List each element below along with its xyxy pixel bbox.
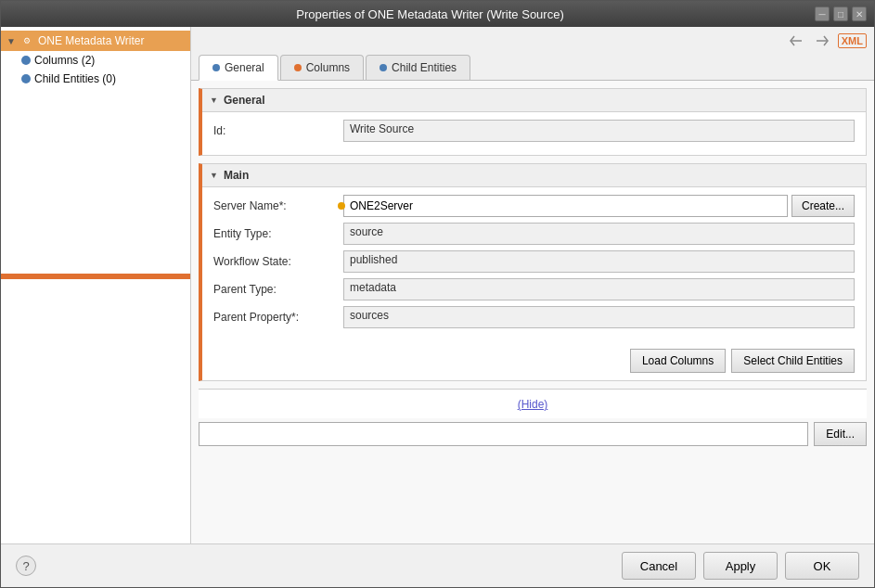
workflow-state-row: Workflow State: published — [213, 250, 855, 273]
child-entities-tab-label: Child Entities — [392, 61, 457, 74]
bottom-buttons: Cancel Apply OK — [622, 552, 859, 580]
server-name-label: Server Name*: — [213, 199, 343, 212]
main-panel: XML General Columns Child Entities — [191, 27, 874, 543]
parent-type-label: Parent Type: — [213, 283, 343, 296]
edit-row: Edit... — [199, 422, 867, 446]
back-button[interactable] — [786, 31, 806, 51]
columns-tab-dot — [294, 64, 302, 71]
ok-button[interactable]: OK — [785, 552, 859, 580]
columns-dot-icon — [21, 56, 31, 65]
dialog-bottom: ? Cancel Apply OK — [1, 543, 874, 587]
hide-link[interactable]: (Hide) — [518, 398, 548, 411]
workflow-state-value: published — [343, 250, 855, 273]
main-section-title: Main — [224, 169, 249, 182]
server-indicator-icon — [338, 202, 345, 210]
tab-child-entities[interactable]: Child Entities — [366, 55, 470, 80]
xml-button[interactable]: XML — [838, 33, 867, 48]
tabs-bar: General Columns Child Entities — [191, 55, 874, 81]
general-tab-label: General — [225, 61, 264, 74]
parent-property-row: Parent Property*: sources — [213, 306, 855, 328]
general-section-header[interactable]: ▼ General — [202, 89, 866, 112]
columns-label: Columns (2) — [34, 54, 95, 67]
content-area: ▼ ⚙ ONE Metadata Writer Columns (2) Chil… — [1, 27, 874, 543]
edit-input[interactable] — [199, 422, 808, 446]
general-section-title: General — [224, 94, 265, 107]
expand-arrow-icon: ▼ — [6, 36, 16, 46]
parent-type-row: Parent Type: metadata — [213, 278, 855, 300]
cancel-button[interactable]: Cancel — [622, 552, 696, 580]
main-section-header[interactable]: ▼ Main — [202, 164, 866, 187]
main-section: ▼ Main Server Name*: Create... — [199, 163, 867, 381]
child-entities-tab-dot — [380, 64, 387, 71]
entity-type-row: Entity Type: source — [213, 223, 855, 245]
general-section-body: Id: Write Source — [202, 112, 866, 155]
select-child-entities-button[interactable]: Select Child Entities — [731, 349, 855, 373]
create-button[interactable]: Create... — [791, 195, 855, 217]
minimize-button[interactable]: ─ — [815, 6, 830, 21]
close-button[interactable]: ✕ — [852, 6, 867, 21]
parent-type-value: metadata — [343, 278, 855, 300]
sidebar-root-item[interactable]: ▼ ⚙ ONE Metadata Writer — [1, 31, 190, 51]
maximize-button[interactable]: □ — [833, 6, 848, 21]
main-section-body: Server Name*: Create... Entity Type: sou… — [202, 187, 866, 341]
general-triangle-icon: ▼ — [210, 96, 218, 105]
child-entities-label: Child Entities (0) — [34, 72, 116, 85]
window-controls: ─ □ ✕ — [815, 6, 867, 21]
general-tab-dot — [212, 64, 220, 71]
hide-area: (Hide) — [199, 389, 867, 418]
load-columns-button[interactable]: Load Columns — [630, 349, 726, 373]
server-name-wrapper — [343, 195, 788, 217]
entity-type-label: Entity Type: — [213, 227, 343, 240]
parent-property-label: Parent Property*: — [213, 311, 343, 324]
server-name-row: Server Name*: Create... — [213, 195, 855, 217]
main-window: Properties of ONE Metadata Writer (Write… — [0, 0, 875, 588]
parent-property-value: sources — [343, 306, 855, 328]
sidebar-item-columns[interactable]: Columns (2) — [16, 51, 190, 70]
columns-tab-label: Columns — [306, 61, 350, 74]
sidebar-item-child-entities[interactable]: Child Entities (0) — [16, 70, 190, 88]
tree-children: Columns (2) Child Entities (0) — [1, 51, 190, 88]
form-actions-row: Load Columns Select Child Entities — [202, 341, 866, 380]
edit-button[interactable]: Edit... — [814, 422, 867, 446]
id-value: Write Source — [343, 120, 855, 142]
workflow-state-label: Workflow State: — [213, 255, 343, 268]
help-button[interactable]: ? — [16, 556, 36, 576]
child-entities-dot-icon — [21, 74, 31, 83]
sidebar: ▼ ⚙ ONE Metadata Writer Columns (2) Chil… — [1, 27, 191, 543]
form-scroll-area: ▼ General Id: Write Source ▼ Main — [191, 81, 874, 543]
tab-columns[interactable]: Columns — [280, 55, 364, 80]
sidebar-bottom-bar — [1, 274, 190, 279]
server-name-input[interactable] — [343, 195, 788, 217]
tab-general[interactable]: General — [199, 55, 278, 81]
toolbar-row: XML — [191, 27, 874, 55]
window-title: Properties of ONE Metadata Writer (Write… — [45, 7, 815, 21]
forward-button[interactable] — [812, 31, 832, 51]
id-label: Id: — [213, 124, 343, 137]
root-icon: ⚙ — [19, 33, 34, 48]
root-label: ONE Metadata Writer — [38, 34, 144, 47]
title-bar: Properties of ONE Metadata Writer (Write… — [1, 1, 874, 27]
id-row: Id: Write Source — [213, 120, 855, 142]
apply-button[interactable]: Apply — [703, 552, 778, 580]
main-triangle-icon: ▼ — [210, 171, 218, 180]
general-section: ▼ General Id: Write Source — [199, 88, 867, 156]
entity-type-value: source — [343, 223, 855, 245]
